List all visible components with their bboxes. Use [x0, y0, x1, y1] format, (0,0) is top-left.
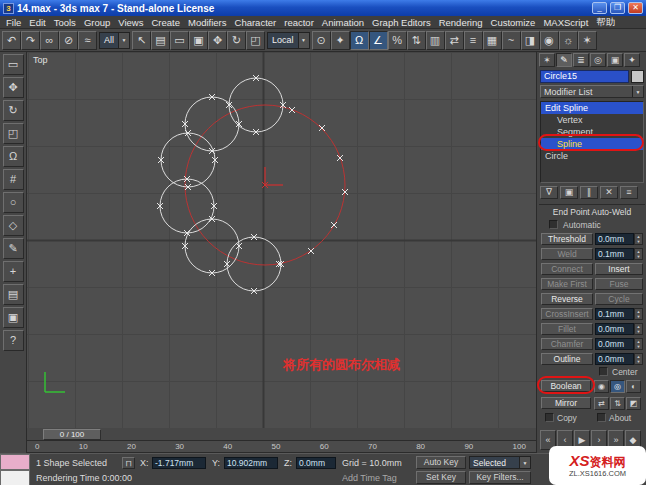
key-filter-selected-dropdown[interactable]: Selected — [469, 456, 531, 469]
spinner-arrows-icon[interactable] — [634, 323, 643, 335]
menu-group[interactable]: Group — [80, 17, 114, 28]
outline-button[interactable]: Outline — [541, 353, 593, 365]
render-scene-icon[interactable]: ☼ — [559, 31, 578, 50]
copy-checkbox[interactable] — [545, 413, 554, 422]
stack-item-circle[interactable]: Circle — [541, 150, 643, 162]
viewport-canvas[interactable] — [27, 52, 536, 428]
fillet-button[interactable]: Fillet — [541, 323, 593, 335]
hierarchy-tab[interactable]: ≣ — [573, 53, 589, 67]
cross-insert-button[interactable]: CrossInsert — [541, 308, 593, 320]
pencil-tool-icon[interactable]: ✎ — [3, 238, 24, 259]
center-checkbox[interactable] — [599, 367, 608, 376]
modifier-list-dropdown[interactable]: Modifier List — [540, 85, 644, 98]
redo-icon[interactable]: ↷ — [21, 31, 40, 50]
make-first-button[interactable]: Make First — [541, 278, 593, 290]
select-by-name-icon[interactable]: ▤ — [151, 31, 170, 50]
mirror-horizontal-icon[interactable]: ⇄ — [594, 397, 609, 410]
snap-tool-icon[interactable]: Ω — [3, 146, 24, 167]
stack-item-spline[interactable]: Spline — [541, 138, 643, 150]
layers-tool-icon[interactable]: ▤ — [3, 284, 24, 305]
shape-tool-icon[interactable]: ◇ — [3, 215, 24, 236]
insert-button[interactable]: Insert — [595, 263, 643, 275]
select-move-icon[interactable]: ✥ — [208, 31, 227, 50]
viewport-label[interactable]: Top — [33, 55, 48, 65]
show-end-result-icon[interactable]: ▣ — [560, 186, 578, 199]
quick-render-icon[interactable]: ✶ — [578, 31, 597, 50]
maxscript-mini-listener-macro[interactable] — [0, 454, 30, 470]
help-tool-icon[interactable]: ? — [3, 330, 24, 351]
use-pivot-center-icon[interactable]: ⊙ — [312, 31, 331, 50]
select-scale-icon[interactable]: ◰ — [246, 31, 265, 50]
about-checkbox[interactable] — [597, 413, 606, 422]
boolean-union-icon[interactable]: ◉ — [594, 380, 609, 393]
display-tool-icon[interactable]: ▣ — [3, 307, 24, 328]
select-object-icon[interactable]: ↖ — [132, 31, 151, 50]
menu-file[interactable]: File — [2, 17, 25, 28]
menu-customize[interactable]: Customize — [487, 17, 540, 28]
fillet-value[interactable]: 0.0mm — [595, 323, 634, 335]
spinner-arrows-icon[interactable] — [634, 248, 643, 260]
x-coordinate-field[interactable]: -1.717mm — [152, 457, 206, 469]
y-coordinate-field[interactable]: 10.902mm — [224, 457, 278, 469]
mirror-vertical-icon[interactable]: ⇅ — [610, 397, 625, 410]
snap-toggle-icon[interactable]: Ω — [350, 31, 369, 50]
menu-views[interactable]: Views — [114, 17, 147, 28]
menu-rendering[interactable]: Rendering — [435, 17, 487, 28]
threshold-value[interactable]: 0.0mm — [595, 233, 634, 245]
connect-button[interactable]: Connect — [541, 263, 593, 275]
configure-modifier-sets-icon[interactable]: ≡ — [620, 186, 638, 199]
maxscript-mini-listener[interactable] — [0, 470, 30, 485]
region-tool-icon[interactable]: ▭ — [3, 54, 24, 75]
menu-modifiers[interactable]: Modifiers — [184, 17, 231, 28]
viewport-top[interactable]: Top 将所有的圆布尔相减 — [27, 52, 536, 428]
menu-create[interactable]: Create — [147, 17, 184, 28]
key-filters-button[interactable]: Key Filters... — [469, 471, 531, 484]
menu-maxscript[interactable]: MAXScript — [539, 17, 592, 28]
unlink-selection-icon[interactable]: ⊘ — [59, 31, 78, 50]
menu-animation[interactable]: Animation — [318, 17, 368, 28]
track-bar[interactable]: 0102030405060708090100 — [27, 441, 536, 453]
boolean-button[interactable]: Boolean — [541, 380, 591, 392]
menu-tools[interactable]: Tools — [50, 17, 80, 28]
spinner-arrows-icon[interactable] — [634, 308, 643, 320]
maximize-button[interactable]: ❐ — [610, 2, 625, 14]
outline-value[interactable]: 0.0mm — [595, 353, 634, 365]
circle-tool-icon[interactable]: ○ — [3, 192, 24, 213]
utilities-tab[interactable]: ✦ — [624, 53, 640, 67]
chamfer-value[interactable]: 0.0mm — [595, 338, 634, 350]
weld-button[interactable]: Weld — [541, 248, 593, 260]
menu-help[interactable]: 帮助 — [592, 16, 619, 29]
mirror-tool-icon[interactable]: ⇄ — [445, 31, 464, 50]
cycle-button[interactable]: Cycle — [595, 293, 643, 305]
make-unique-icon[interactable]: ∥ — [580, 186, 598, 199]
set-key-button[interactable]: Set Key — [416, 471, 466, 484]
boolean-subtraction-icon[interactable]: ◎ — [610, 380, 625, 393]
object-name-field[interactable]: Circle15 — [540, 70, 629, 83]
minimize-button[interactable]: _ — [592, 2, 607, 14]
threshold-spinner[interactable]: 0.0mm — [595, 233, 643, 245]
cross-insert-value[interactable]: 0.1mm — [595, 308, 634, 320]
crosshair-tool-icon[interactable]: + — [3, 261, 24, 282]
schematic-view-icon[interactable]: ◨ — [521, 31, 540, 50]
selection-filter-dropdown[interactable]: All — [99, 32, 130, 49]
fuse-button[interactable]: Fuse — [595, 278, 643, 290]
menu-edit[interactable]: Edit — [25, 17, 49, 28]
timeline[interactable]: 0 / 100 — [27, 428, 536, 441]
spinner-arrows-icon[interactable] — [634, 338, 643, 350]
select-manipulate-icon[interactable]: ✦ — [331, 31, 350, 50]
spinner-arrows-icon[interactable] — [634, 353, 643, 365]
rotate-tool-icon[interactable]: ↻ — [3, 100, 24, 121]
modify-tab[interactable]: ✎ — [556, 53, 572, 67]
stack-item-edit-spline[interactable]: Edit Spline — [541, 102, 643, 114]
mirror-both-icon[interactable]: ◩ — [626, 397, 641, 410]
rectangular-region-icon[interactable]: ▭ — [170, 31, 189, 50]
display-tab[interactable]: ▣ — [607, 53, 623, 67]
time-slider-handle[interactable]: 0 / 100 — [43, 429, 101, 440]
spinner-snap-icon[interactable]: ⇅ — [407, 31, 426, 50]
window-crossing-icon[interactable]: ▣ — [189, 31, 208, 50]
mirror-button[interactable]: Mirror — [541, 397, 591, 409]
chamfer-button[interactable]: Chamfer — [541, 338, 593, 350]
scale-tool-icon[interactable]: ◰ — [3, 123, 24, 144]
create-tab[interactable]: ✶ — [539, 53, 555, 67]
percent-snap-icon[interactable]: % — [388, 31, 407, 50]
